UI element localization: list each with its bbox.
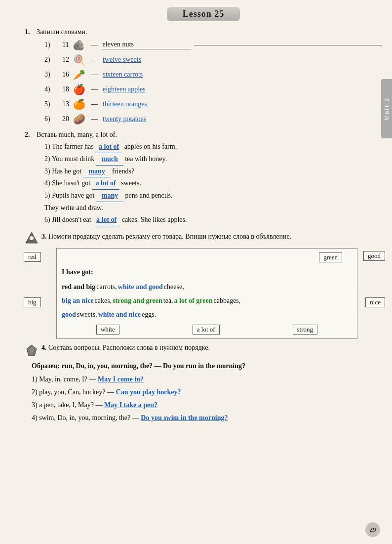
ex2-text-before: 4) She hasn't got [44,179,92,187]
ex1-dash: — [91,56,98,64]
ex4-body: Образец: run, Do, in, you, morning, the?… [32,360,382,424]
ex1-dash: — [91,115,98,123]
ex1-number: 1. [25,28,34,36]
ex1-item-icon: 🍭 [72,53,86,67]
ex4-content: 4. Составь вопросы. Расположи слова в ну… [41,344,210,352]
ex3-instruction: Помоги продавцу сделать рекламу его това… [48,233,291,240]
chip-good-right: good [363,251,385,261]
ex1-item-3: 3)16🥕—sixteen carrots [44,68,382,82]
chip-nice-right-label: nice [365,297,385,307]
chip-a-lot-of: a lot of [193,325,220,335]
ex1-item-num: 3) [44,71,59,79]
ex2-fill: a lot of [93,214,120,226]
ex2-text-before: 3) Has he got [44,167,83,175]
ad-tea: tea, [163,294,173,308]
chip-big-label: big [24,297,41,307]
ex1-item-2: 2)12🍭—twelve sweets [44,53,382,67]
ex4-item-4: 4) swim, Do, in, you, morning, the? — Do… [32,412,382,424]
ex1-item-num: 4) [44,85,59,93]
ad-cabbages: cabbages, [214,294,241,308]
ex1-item-value: 20 [62,115,69,123]
unit-tab: Unit 2 [381,79,392,138]
page: Unit 2 Lesson 25 1. Запиши словами. 1)11… [0,0,392,544]
ex2-title: Вставь much, many, a lot of. [37,131,117,139]
ex2-item-7: 6) Jill doesn't eat a lot of cakes. She … [44,214,382,226]
word-box: green I have got: red and big carrots, w… [56,248,357,339]
ex1-dash: — [91,100,98,108]
ex2-item-1: 1) The farmer has a lot of apples on his… [44,141,382,153]
ex1-dash: — [91,71,98,79]
ad-eggs: eggs. [142,308,156,322]
ad-sweets: sweets, [77,308,97,322]
ex1-answer: twelve sweets [103,56,192,64]
word-box-container: red big good nice green I have got: [49,248,357,339]
ex1-dash: — [91,85,98,93]
ex2-fill: many [83,166,111,178]
ex2-item-5: 5) Pupils have got many pens and pencils… [44,190,382,202]
diamond-icon [25,344,39,358]
ex1-item-icon: 🪨 [72,38,85,52]
ex4-item-text: 1) May, in, come, I? — [32,376,98,383]
ex4-num: 4. [41,344,47,351]
exercise-4: 4. Составь вопросы. Расположи слова в ну… [25,344,382,424]
chip-nice-right: nice [365,297,385,307]
ex2-fill: a lot of [92,177,119,190]
ex3-title: 3. Помоги продавцу сделать рекламу его т… [41,231,291,242]
ex2-item-2: 2) You must drink much tea with honey. [44,153,382,166]
ex1-item-value: 16 [62,71,69,79]
ex2-item-6: They write and draw. [44,202,382,214]
ex1-answer: thirteen oranges [103,100,192,109]
ex4-item-answer: May I come in? [98,376,144,383]
lesson-title-wrap: Lesson 25 [25,7,382,21]
ad-line-3: good sweets, white and nice eggs. [62,308,352,322]
ex2-text-before: 2) You must drink [44,155,96,163]
ad-cakes: cakes, [95,294,112,308]
ex1-answer: twenty potatoes [103,115,192,124]
ex4-item-answer: Can you play hockey? [116,388,181,396]
ex4-item-answer: May I take a pen? [104,401,157,409]
ex1-item-num: 5) [44,100,59,108]
ex1-answer: eighteen apples [103,85,192,94]
ex1-item-icon: 🍎 [72,83,86,96]
chip-green: green [319,252,342,262]
ex1-item-icon: 🥕 [72,68,86,82]
ex2-items: 1) The farmer has a lot of apples on his… [44,141,382,226]
ex1-item-value: 11 [62,41,69,49]
ex1-title: Запиши словами. [37,28,87,36]
ad-content: I have got: red and big carrots, white a… [62,265,352,322]
ex2-text: They write and draw. [44,204,103,211]
unit-tab-label: Unit 2 [383,97,391,120]
ad-line-2: big an nice cakes, strong and green tea,… [62,294,352,308]
ex2-fill: many [96,190,123,202]
ad-intro: I have got: [62,265,352,279]
ex2-text-after: cakes. She likes apples. [120,216,187,223]
ex2-text-after: tea with honey. [123,155,167,163]
svg-point-1 [30,236,34,240]
lesson-title: Lesson 25 [167,7,240,21]
fill-strong-and-green: strong and green [113,294,162,308]
page-number: 29 [365,522,380,537]
ex2-item-4: 4) She hasn't got a lot of sweets. [44,177,382,190]
chip-red: red [24,252,41,262]
ex4-item-text: 3) a pen, take, I, May? — [32,401,104,409]
ad-cheese: cheese, [164,280,184,294]
ex4-example-text: Образец: run, Do, in, you, morning, the?… [32,362,245,370]
fill-good: good [62,308,76,322]
ex2-text-before: 5) Pupils have got [44,192,96,199]
ex4-item-2: 2) play, you, Can, hockey? — Can you pla… [32,386,382,398]
ad-carrots: carrots, [96,280,117,294]
ex4-example: Образец: run, Do, in, you, morning, the?… [32,360,382,372]
ex4-title: Составь вопросы. Расположи слова в нужно… [48,344,210,351]
chip-good-right-label: good [363,251,385,261]
fill-a-lot-of-green: a lot of green [174,294,213,308]
ex1-item-num: 2) [44,56,59,64]
ex1-item-1: 1)11🪨—eleven nuts [44,38,382,52]
ex2-number: 2. [25,131,34,139]
exercise-1-header: 1. Запиши словами. [25,28,382,36]
ex4-item-3: 3) a pen, take, I, May? — May I take a p… [32,399,382,411]
chip-red-label: red [24,252,41,262]
ex1-item-5: 5)13🍊—thirteen oranges [44,97,382,111]
exercise-2-header: 2. Вставь much, many, a lot of. [25,131,382,139]
ex4-item-answer: Do you swim in the morning? [141,414,228,421]
exercise-1: 1. Запиши словами. 1)11🪨—eleven nuts2)12… [25,28,382,126]
